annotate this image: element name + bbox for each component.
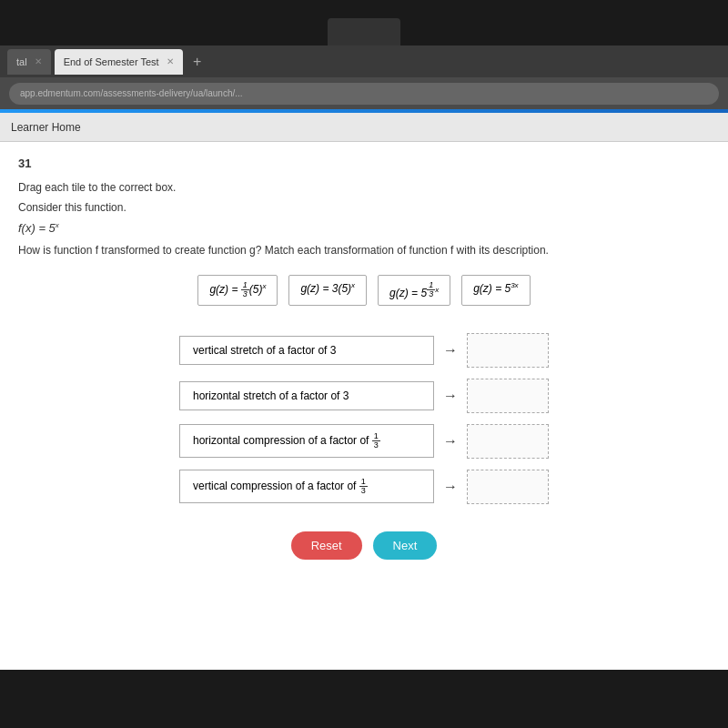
function-def: f(x) = 5x	[18, 221, 710, 235]
address-bar[interactable]: app.edmentum.com/assessments-delivery/ua…	[9, 83, 719, 105]
tile-2[interactable]: g(z) = 3(5)x	[288, 275, 367, 306]
match-label-1-text: vertical stretch of a factor of 3	[193, 344, 336, 357]
tab-semester-label: End of Semester Test	[64, 56, 159, 67]
buttons-row: Reset Next	[18, 531, 710, 560]
tabs-row: tal ✕ End of Semester Test ✕ +	[0, 46, 728, 77]
tab-add-button[interactable]: +	[187, 51, 208, 73]
match-row-4: vertical compression of a factor of 13 →	[179, 470, 549, 504]
tab-tal-close[interactable]: ✕	[35, 56, 42, 66]
address-bar-row: app.edmentum.com/assessments-delivery/ua…	[0, 77, 728, 109]
tab-add-label: +	[193, 54, 201, 70]
tile-4[interactable]: g(z) = 53x	[461, 275, 530, 306]
match-label-4: vertical compression of a factor of 13	[179, 470, 434, 503]
match-label-3: horizontal compression of a factor of 13	[179, 424, 434, 458]
match-row-1: vertical stretch of a factor of 3 →	[179, 333, 549, 368]
question-container: 31 Drag each tile to the correct box. Co…	[0, 142, 728, 670]
drop-box-2[interactable]	[467, 379, 549, 413]
learner-home-link[interactable]: Learner Home	[11, 121, 81, 134]
drop-box-1[interactable]	[467, 333, 549, 368]
tab-tal[interactable]: tal ✕	[7, 49, 51, 75]
tile-3[interactable]: g(z) = 513x	[378, 275, 450, 306]
match-label-1: vertical stretch of a factor of 3	[179, 336, 434, 365]
drop-box-4[interactable]	[467, 470, 549, 504]
drop-box-3[interactable]	[467, 424, 549, 459]
main-content: 31 Drag each tile to the correct box. Co…	[0, 142, 728, 670]
function-def-text: f(x) = 5x	[18, 221, 59, 235]
nav-bar: Learner Home	[0, 113, 728, 142]
match-row-3: horizontal compression of a factor of 13…	[179, 424, 549, 459]
arrow-4: →	[443, 479, 458, 495]
camera-area	[0, 0, 728, 46]
match-row-2: horizontal stretch of a factor of 3 →	[179, 379, 549, 413]
next-button[interactable]: Next	[373, 531, 438, 560]
tiles-row: g(z) = 13(5)x g(z) = 3(5)x g(z) = 513x g…	[18, 275, 710, 306]
match-label-2-text: horizontal stretch of a factor of 3	[193, 389, 349, 402]
match-section: vertical stretch of a factor of 3 → hori…	[18, 333, 710, 504]
tab-tal-label: tal	[16, 56, 27, 67]
tab-semester-test[interactable]: End of Semester Test ✕	[55, 49, 183, 75]
tile-1[interactable]: g(z) = 13(5)x	[197, 275, 278, 306]
address-bar-text: app.edmentum.com/assessments-delivery/ua…	[20, 88, 243, 98]
tab-semester-close[interactable]: ✕	[167, 56, 174, 66]
reset-button[interactable]: Reset	[291, 531, 362, 560]
consider-text: Consider this function.	[18, 201, 710, 214]
instruction-text: Drag each tile to the correct box.	[18, 181, 710, 194]
arrow-2: →	[443, 388, 458, 404]
question-number: 31	[18, 157, 710, 170]
question-text: How is function f transformed to create …	[18, 244, 710, 257]
match-label-2: horizontal stretch of a factor of 3	[179, 381, 434, 410]
camera-bump	[328, 18, 400, 46]
arrow-3: →	[443, 433, 458, 450]
arrow-1: →	[443, 342, 458, 359]
